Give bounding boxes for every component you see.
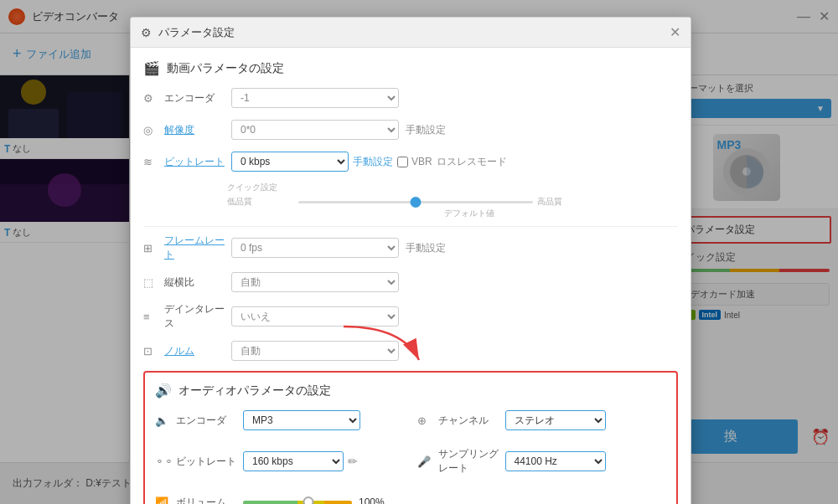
audio-bitrate-row: ⚬⚬ ビットレート 160 kbps ✏: [155, 447, 405, 476]
aspect-row: ⬚ 縦横比 自動: [143, 270, 678, 294]
volume-video-label[interactable]: ノルム: [164, 344, 231, 358]
audio-sample-label: サンプリングレート: [438, 447, 505, 476]
bitrate-row: ≋ ビットレート 0 kbps 手動設定 VBR ロスレスモード: [143, 150, 678, 173]
encoder-icon: ⚙: [143, 92, 160, 105]
deinterlace-select-wrapper: いいえ: [231, 306, 399, 327]
resolution-label[interactable]: 解像度: [164, 123, 231, 137]
audio-channel-row: ⊕ チャンネル ステレオ: [417, 409, 667, 432]
modal-close-button[interactable]: ✕: [670, 24, 680, 40]
modal-title: パラメータ設定: [158, 25, 663, 40]
framerate-actions: 手動設定: [406, 241, 446, 255]
audio-bitrate-label: ビットレート: [176, 455, 243, 469]
vbr-label: VBR: [411, 156, 432, 167]
audio-bitrate-select[interactable]: 160 kbps: [243, 451, 344, 471]
modal-title-bar: ⚙ パラメータ設定 ✕: [131, 18, 691, 48]
encoder-label: エンコーダ: [164, 91, 231, 105]
bitrate-select[interactable]: 0 kbps: [231, 152, 349, 172]
audio-grid: 🔈 エンコーダ MP3 ⊕ チャンネル ステレオ ⚬⚬: [155, 409, 666, 504]
bitrate-icon: ≋: [143, 156, 160, 168]
resolution-row: ◎ 解像度 0*0 手動設定: [143, 118, 678, 141]
audio-sample-row: 🎤 サンプリングレート 44100 Hz: [417, 447, 667, 476]
audio-encoder-row: 🔈 エンコーダ MP3: [155, 409, 405, 432]
audio-channel-icon: ⊕: [417, 414, 434, 427]
video-section-title: 動画パラメータの設定: [167, 61, 284, 76]
vbr-checkbox-label: VBR: [397, 156, 432, 167]
encoder-row: ⚙ エンコーダ -1: [143, 86, 678, 110]
quick-setting-label: クイック設定: [227, 182, 277, 193]
resolution-select-wrapper: 0*0: [231, 120, 399, 140]
modal-body: 🎬 動画パラメータの設定 ⚙ エンコーダ -1 ◎ 解像度 0*0 手動設定: [131, 48, 691, 504]
aspect-select[interactable]: 自動: [231, 272, 399, 292]
modal-title-icon: ⚙: [141, 26, 152, 39]
quality-slider-container: クイック設定 低品質 高品質 デフォルト値: [227, 182, 678, 219]
audio-volume-slider[interactable]: [243, 501, 352, 505]
volume-video-select[interactable]: 自動: [231, 341, 399, 361]
video-section-header: 🎬 動画パラメータの設定: [143, 60, 678, 76]
resolution-actions: 手動設定: [406, 123, 446, 137]
bitrate-label[interactable]: ビットレート: [164, 155, 231, 169]
deinterlace-label: デインタレース: [164, 302, 231, 331]
audio-volume-thumb: [303, 496, 314, 505]
framerate-row: ⊞ フレームレート 0 fps 手動設定: [143, 234, 678, 262]
framerate-icon: ⊞: [143, 242, 160, 255]
encoder-select[interactable]: -1: [231, 88, 399, 108]
quality-default-label: デフォルト値: [444, 208, 494, 219]
audio-section-header: 🔊 オーディオパラメータの設定: [155, 383, 666, 399]
quality-labels-row: 低品質 高品質: [227, 196, 678, 208]
audio-sample-icon: 🎤: [417, 455, 434, 468]
resolution-select[interactable]: 0*0: [231, 120, 399, 140]
audio-volume-icon: 📶: [155, 496, 172, 505]
audio-encoder-select[interactable]: MP3: [243, 410, 360, 430]
quick-setting-row: クイック設定: [227, 182, 678, 193]
deinterlace-row: ≡ デインタレース いいえ: [143, 302, 678, 331]
quality-slider[interactable]: [298, 201, 533, 203]
volume-video-icon: ⊡: [143, 345, 160, 357]
framerate-select[interactable]: 0 fps: [231, 238, 399, 258]
quality-slider-thumb: [411, 197, 422, 208]
audio-encoder-icon: 🔈: [155, 414, 172, 427]
audio-channel-select[interactable]: ステレオ: [505, 410, 606, 430]
bitrate-manual-btn[interactable]: 手動設定: [353, 155, 393, 169]
audio-channel-label: チャンネル: [438, 414, 505, 428]
framerate-manual-btn[interactable]: 手動設定: [406, 241, 446, 255]
resolution-icon: ◎: [143, 124, 160, 136]
encoder-select-wrapper: -1: [231, 88, 399, 108]
framerate-label[interactable]: フレームレート: [164, 234, 231, 262]
default-label-row: デフォルト値: [261, 208, 678, 219]
divider-1: [143, 226, 678, 227]
deinterlace-select[interactable]: いいえ: [231, 306, 399, 327]
audio-bitrate-icon: ⚬⚬: [155, 455, 172, 468]
audio-sample-select[interactable]: 44100 Hz: [505, 451, 606, 471]
aspect-icon: ⬚: [143, 276, 160, 289]
audio-encoder-label: エンコーダ: [176, 414, 243, 428]
aspect-label: 縦横比: [164, 275, 231, 290]
framerate-select-wrapper: 0 fps: [231, 238, 399, 258]
audio-bitrate-edit-icon[interactable]: ✏: [348, 455, 358, 468]
audio-section-title: オーディオパラメータの設定: [178, 383, 331, 399]
volume-video-select-wrapper: 自動: [231, 341, 399, 361]
modal-dialog: ⚙ パラメータ設定 ✕ 🎬 動画パラメータの設定 ⚙ エンコーダ -1 ◎ 解像…: [130, 17, 691, 504]
audio-volume-label: ボリューム: [176, 496, 243, 505]
vbr-checkbox[interactable]: [397, 157, 408, 167]
bitrate-controls: 0 kbps 手動設定 VBR ロスレスモード: [231, 152, 507, 172]
resolution-manual-btn[interactable]: 手動設定: [406, 123, 446, 137]
volume-video-row: ⊡ ノルム 自動: [143, 339, 678, 363]
audio-section: 🔊 オーディオパラメータの設定 🔈 エンコーダ MP3 ⊕ チャンネル: [143, 371, 678, 504]
audio-volume-row: 📶 ボリューム 100%: [155, 491, 666, 504]
deinterlace-icon: ≡: [143, 311, 160, 323]
audio-icon: 🔊: [155, 383, 172, 399]
quality-high-label: 高品質: [537, 196, 562, 208]
aspect-select-wrapper: 自動: [231, 272, 399, 292]
video-icon: 🎬: [143, 60, 160, 76]
quality-low-label: 低品質: [227, 196, 294, 208]
audio-volume-pct: 100%: [359, 496, 385, 504]
lossless-btn[interactable]: ロスレスモード: [437, 155, 507, 169]
